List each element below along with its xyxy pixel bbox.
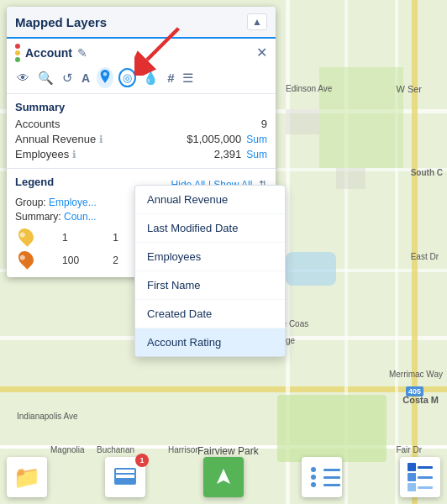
legend-button[interactable] [400, 457, 440, 497]
folder-button[interactable]: 📁 [7, 457, 47, 497]
drop-icon[interactable]: 💧 [141, 69, 160, 87]
legend-val-1b: 1 [110, 227, 134, 248]
target-icon[interactable]: ◎ [118, 68, 136, 87]
legend-title: Legend [15, 176, 54, 188]
accounts-label: Accounts [15, 118, 60, 130]
dropdown-item-employees[interactable]: Employees [135, 243, 285, 271]
svg-point-0 [103, 72, 107, 76]
layer-row: Account ✎ ✕ 👁 🔍 ↺ A ◎ 💧 # ☰ [7, 39, 276, 94]
accounts-value: 9 [261, 118, 267, 130]
legend-val-2b: 2 [110, 249, 134, 270]
navigate-icon [213, 467, 234, 487]
group-value-link[interactable]: Employe... [49, 197, 97, 208]
legend-val-2a: 100 [60, 249, 108, 270]
summary-row-accounts: Accounts 9 [15, 118, 267, 130]
layer-toolbar: 👁 🔍 ↺ A ◎ 💧 # ☰ [15, 67, 267, 88]
employees-value: 2,391 Sum [214, 148, 267, 160]
collapse-button[interactable]: ▲ [247, 13, 267, 30]
summary-value-link[interactable]: Coun... [64, 211, 97, 223]
dropdown-menu: Annual Revenue Last Modified Date Employ… [134, 185, 286, 357]
employees-label: Employees ℹ [15, 148, 76, 160]
dropdown-item-first-name[interactable]: First Name [135, 271, 285, 300]
fairview-park-label: Fairview Park [197, 445, 259, 457]
text-icon[interactable]: A [80, 70, 92, 87]
refresh-icon[interactable]: ↺ [60, 69, 75, 87]
list-icon[interactable]: ☰ [181, 69, 195, 87]
revenue-label: Annual Revenue ℹ [15, 133, 103, 145]
pin-icon[interactable] [97, 67, 113, 88]
eye-icon[interactable]: 👁 [15, 69, 31, 87]
summary-section: Summary Accounts 9 Annual Revenue ℹ $1,0… [7, 94, 276, 169]
revenue-sum-link[interactable]: Sum [246, 134, 267, 145]
dropdown-item-last-modified[interactable]: Last Modified Date [135, 214, 285, 243]
summary-row-revenue: Annual Revenue ℹ $1,005,000 Sum [15, 133, 267, 145]
hash-icon[interactable]: # [166, 69, 176, 87]
layer-name: Account [25, 46, 72, 60]
layer-type-icon [15, 44, 20, 62]
close-layer-icon[interactable]: ✕ [256, 46, 267, 60]
employees-info-icon[interactable]: ℹ [72, 149, 76, 160]
bottom-toolbar: 📁 1 [7, 457, 440, 497]
revenue-info-icon[interactable]: ℹ [99, 134, 103, 145]
employees-sum-link[interactable]: Sum [246, 149, 267, 160]
layers-icon [114, 468, 136, 486]
grid-list-icon [311, 467, 334, 487]
edit-layer-icon[interactable]: ✎ [77, 46, 87, 60]
legend-icon [408, 463, 433, 491]
folder-icon: 📁 [13, 465, 40, 491]
layer-name-left: Account ✎ [15, 44, 87, 62]
panel-header: Mapped Layers ▲ [7, 7, 276, 39]
summary-title: Summary [15, 101, 267, 113]
pin-orange-small [15, 248, 36, 269]
layers-badge: 1 [135, 454, 149, 467]
summary-row-employees: Employees ℹ 2,391 Sum [15, 148, 267, 160]
legend-val-1a: 1 [60, 227, 108, 248]
dropdown-item-annual-revenue[interactable]: Annual Revenue [135, 186, 285, 214]
navigate-button[interactable] [203, 457, 244, 497]
layers-button[interactable]: 1 [105, 457, 145, 497]
grid-list-button[interactable] [302, 457, 342, 497]
pin-yellow [15, 225, 36, 246]
panel-title: Mapped Layers [15, 15, 107, 29]
dropdown-item-account-rating[interactable]: Account Rating [135, 328, 285, 356]
revenue-value: $1,005,000 Sum [187, 133, 267, 145]
dropdown-item-created-date[interactable]: Created Date [135, 300, 285, 328]
zoom-icon[interactable]: 🔍 [36, 69, 55, 87]
